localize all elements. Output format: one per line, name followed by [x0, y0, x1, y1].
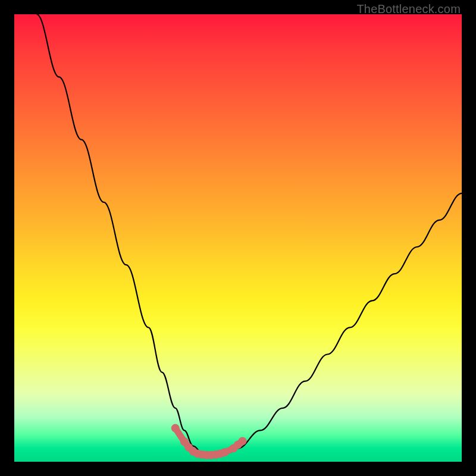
- watermark-text: TheBottleneck.com: [356, 2, 461, 16]
- series-group: [37, 14, 462, 459]
- bottleneck-curve-line: [37, 14, 462, 455]
- bottleneck-marker-dot: [171, 424, 180, 433]
- bottleneck-marker-dot: [239, 437, 247, 445]
- chart-plot-area: [14, 14, 462, 462]
- bottleneck-marker-dot: [220, 448, 228, 456]
- bottleneck-chart-svg: [14, 14, 462, 462]
